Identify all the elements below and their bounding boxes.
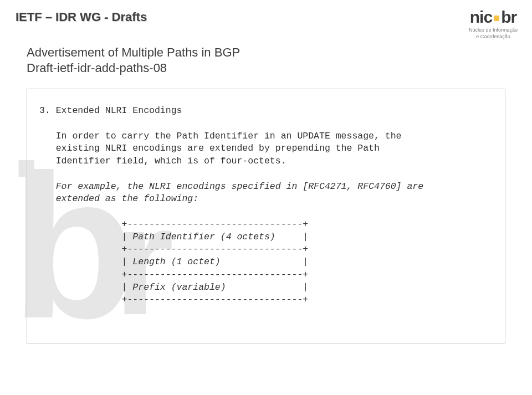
code-paragraph-1: In order to carry the Path Identifier in… — [39, 131, 402, 167]
logo-subtitle-1: Núcleo de Informação — [469, 28, 518, 33]
code-paragraph-2: For example, the NLRI encodings specifie… — [39, 181, 423, 204]
page-title: IETF – IDR WG - Drafts — [16, 10, 147, 24]
logo-text-nic: nic — [470, 8, 492, 26]
code-diagram: +--------------------------------+ | Pat… — [39, 219, 308, 305]
logo-text-br: br — [501, 8, 516, 26]
logo-nic-br: nicbr Núcleo de Informação e Coordenação — [469, 8, 518, 40]
logo-subtitle-2: e Coordenação — [469, 34, 518, 40]
slide-subtitle-2: Draft-ietf-idr-add-paths-08 — [27, 61, 167, 75]
code-section-heading: 3. Extended NLRI Encodings — [39, 105, 182, 116]
code-block: 3. Extended NLRI Encodings In order to c… — [27, 89, 505, 343]
logo-dot-icon — [494, 16, 499, 21]
slide-subtitle-1: Advertisement of Multiple Paths in BGP — [27, 45, 240, 60]
